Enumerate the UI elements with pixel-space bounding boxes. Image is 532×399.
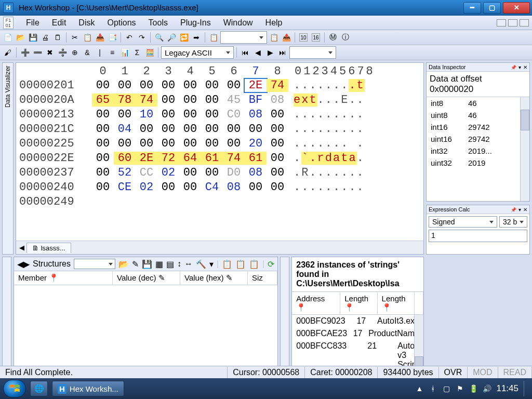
hex-byte[interactable]: 00 [179,181,201,194]
hex-row[interactable]: 0000020A65787400000045BF08ext...E.. [19,92,420,107]
hex-ascii[interactable]: ........t [288,79,377,92]
hex-byte[interactable]: 00 [267,166,288,179]
replace-icon[interactable]: 🔁 [178,32,190,43]
base-16-icon[interactable]: 16 [310,32,322,43]
tray-battery-icon[interactable]: 🔋 [469,384,477,393]
chart-icon[interactable]: 📊 [119,47,130,58]
nav-first-icon[interactable]: ⏮ [240,47,251,58]
hex-byte[interactable]: 00 [245,123,267,136]
hex-byte[interactable]: 00 [201,79,223,92]
hex-ascii[interactable]: .`.rdata. [288,152,377,165]
maximize-button[interactable]: ▢ [483,2,501,14]
struct-menu-icon[interactable]: ▾ [209,259,214,269]
hex-byte[interactable]: 2E [136,152,157,165]
op-or-icon[interactable]: | [94,47,105,58]
pin-icon[interactable]: 📍 [49,273,59,282]
hex-byte[interactable]: 64 [179,152,201,165]
new-file-icon[interactable]: 📄 [2,32,14,43]
results-scrollbar[interactable] [414,315,423,366]
hex-byte[interactable]: 00 [92,123,114,136]
hex-byte[interactable]: 00 [92,79,114,92]
hex-byte[interactable]: 00 [201,94,223,107]
hex-byte[interactable]: 00 [92,108,114,121]
menu-options[interactable]: Options [102,16,141,30]
export-icon[interactable]: 📤 [281,32,292,43]
hex-byte[interactable]: 00 [201,108,223,121]
copy-as-icon[interactable]: 📋 [268,32,280,43]
hex-byte[interactable]: 00 [157,137,179,150]
op-sub-icon[interactable]: ➖ [32,47,43,58]
pin-icon[interactable] [511,207,516,212]
pin-icon[interactable] [511,64,516,70]
op-add-icon[interactable]: ➕ [19,47,31,58]
hex-byte[interactable]: 00 [136,123,157,136]
intel-icon[interactable]: ⓘ [340,32,351,43]
struct-tool1-icon[interactable]: ▦ [155,259,163,269]
edit-icon[interactable]: ✎ [226,273,233,282]
op-xor-icon[interactable]: ⊕ [69,47,81,58]
hex-byte[interactable]: 00 [201,166,223,179]
hex-row[interactable]: 00000249 [19,194,420,209]
color-map-icon[interactable]: 🖌 [2,47,14,58]
hex-row[interactable]: 0000022E00602E726461746100.`.rdata. [19,151,420,165]
menu-edit[interactable]: Edit [47,16,72,30]
struct-copy1-icon[interactable]: 📋 [222,259,232,269]
hex-ascii[interactable]: ......... [288,108,377,121]
hex-byte[interactable]: 00 [92,152,114,165]
mdi-close-button[interactable] [520,19,529,26]
taskbar-ie-button[interactable]: 🌐 [30,381,48,396]
hex-byte[interactable]: 00 [92,181,114,194]
hex-byte[interactable]: 10 [136,108,157,121]
save-icon[interactable]: 💾 [27,32,38,43]
hex-byte[interactable]: 00 [201,123,223,136]
panel-close-icon[interactable]: ✕ [523,207,527,212]
data-visualizer-tab[interactable]: Data Visualizer [2,62,14,255]
hex-byte[interactable]: 45 [223,94,245,107]
tray-volume-icon[interactable]: 🔊 [483,384,491,393]
hex-byte[interactable]: 00 [179,108,201,121]
tray-flag-icon[interactable]: ⚑ [456,384,464,393]
results-tab[interactable]: Results [280,257,289,366]
hex-row[interactable]: 00000213000010000000C00800......... [19,107,420,122]
hex-byte[interactable]: 00 [223,79,245,92]
hex-byte[interactable]: 61 [245,152,267,165]
expr-width-select[interactable]: 32 b [499,216,527,228]
hex-ascii[interactable]: ......... [288,181,377,194]
struct-copy2-icon[interactable]: 📋 [235,259,246,269]
struct-copy3-icon[interactable]: 📋 [249,259,259,269]
file-tab-prev-icon[interactable]: ◀ [19,244,24,251]
hex-byte[interactable]: 61 [201,152,223,165]
hex-byte[interactable]: 00 [179,94,201,107]
hex-byte[interactable]: 65 [92,94,114,107]
hex-byte[interactable]: 00 [223,123,245,136]
motorola-icon[interactable]: Ⓜ [327,32,339,43]
hex-byte[interactable]: 52 [114,166,136,179]
paste-special-icon[interactable]: 📑 [107,32,118,43]
struct-hammer-icon[interactable]: 🔨 [196,259,206,269]
op-mul-icon[interactable]: ✖ [44,47,56,58]
tray-bluetooth-icon[interactable]: ᚼ [429,384,437,393]
hex-byte[interactable]: 02 [157,166,179,179]
struct-tool3-icon[interactable]: ↕ [177,259,181,269]
taskbar-app-button[interactable]: HHex Worksh... [52,381,124,396]
struct-save-icon[interactable]: 💾 [142,259,152,269]
hex-row[interactable]: 0000021C000400000000000000......... [19,122,420,136]
struct-tool2-icon[interactable]: ▤ [166,259,174,269]
base-10-icon[interactable]: 10 [298,32,309,43]
hex-byte[interactable]: 00 [157,94,179,107]
op-shift-icon[interactable]: ≡ [107,47,118,58]
hex-byte[interactable]: 08 [245,166,267,179]
struct-tool4-icon[interactable]: ↔ [184,259,193,269]
structures-nav-icon[interactable]: ◀▶ [17,259,30,269]
mdi-minimize-button[interactable] [497,19,506,26]
checksum-icon[interactable]: Σ [131,47,143,58]
hex-ascii[interactable]: ......... [288,123,377,136]
hex-byte[interactable]: CC [136,166,157,179]
goto-icon[interactable]: ➡ [191,32,202,43]
op-div-icon[interactable]: ➗ [57,47,68,58]
hex-byte[interactable]: 00 [114,79,136,92]
structures-select[interactable] [74,259,115,269]
hex-byte[interactable]: 00 [267,108,288,121]
properties-icon[interactable]: 🗒 [52,32,63,43]
panel-menu-icon[interactable]: ▾ [518,207,521,212]
